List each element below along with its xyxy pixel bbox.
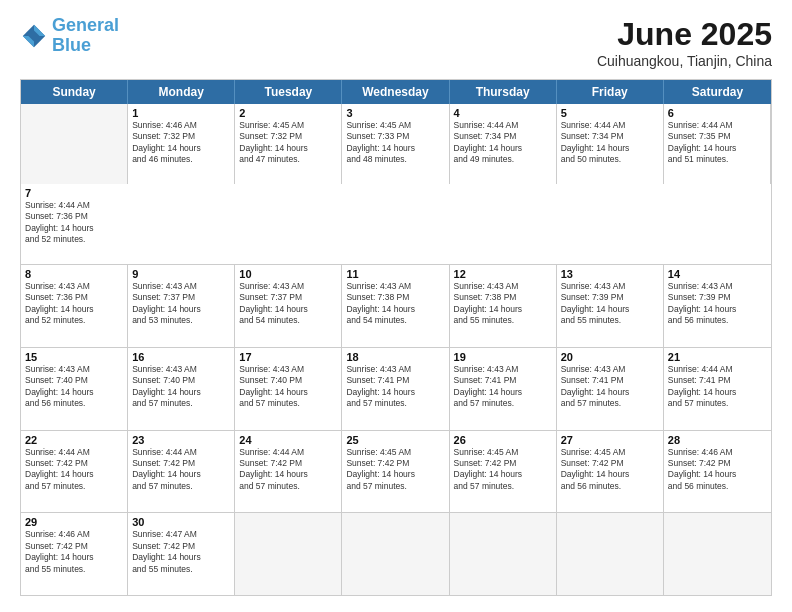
day-info: Sunrise: 4:43 AMSunset: 7:39 PMDaylight:… [561, 281, 659, 327]
day-number: 17 [239, 351, 337, 363]
day-cell-13: 13Sunrise: 4:43 AMSunset: 7:39 PMDayligh… [557, 265, 664, 347]
day-info: Sunrise: 4:43 AMSunset: 7:40 PMDaylight:… [25, 364, 123, 410]
empty-day-cell [557, 513, 664, 595]
month-title: June 2025 [597, 16, 772, 53]
day-cell-26: 26Sunrise: 4:45 AMSunset: 7:42 PMDayligh… [450, 431, 557, 513]
day-number: 24 [239, 434, 337, 446]
day-info: Sunrise: 4:43 AMSunset: 7:41 PMDaylight:… [346, 364, 444, 410]
day-cell-21: 21Sunrise: 4:44 AMSunset: 7:41 PMDayligh… [664, 348, 771, 430]
col-header-thursday: Thursday [450, 80, 557, 104]
day-number: 10 [239, 268, 337, 280]
day-number: 12 [454, 268, 552, 280]
day-info: Sunrise: 4:43 AMSunset: 7:39 PMDaylight:… [668, 281, 767, 327]
empty-day-cell [21, 104, 128, 184]
day-cell-8: 8Sunrise: 4:43 AMSunset: 7:36 PMDaylight… [21, 265, 128, 347]
day-number: 13 [561, 268, 659, 280]
day-info: Sunrise: 4:45 AMSunset: 7:32 PMDaylight:… [239, 120, 337, 166]
day-number: 27 [561, 434, 659, 446]
day-info: Sunrise: 4:43 AMSunset: 7:37 PMDaylight:… [239, 281, 337, 327]
day-cell-18: 18Sunrise: 4:43 AMSunset: 7:41 PMDayligh… [342, 348, 449, 430]
day-info: Sunrise: 4:47 AMSunset: 7:42 PMDaylight:… [132, 529, 230, 575]
day-number: 3 [346, 107, 444, 119]
day-cell-27: 27Sunrise: 4:45 AMSunset: 7:42 PMDayligh… [557, 431, 664, 513]
calendar: SundayMondayTuesdayWednesdayThursdayFrid… [20, 79, 772, 596]
day-info: Sunrise: 4:44 AMSunset: 7:42 PMDaylight:… [239, 447, 337, 493]
calendar-body: 1Sunrise: 4:46 AMSunset: 7:32 PMDaylight… [21, 104, 771, 595]
day-number: 20 [561, 351, 659, 363]
day-number: 21 [668, 351, 767, 363]
week-row-2: 15Sunrise: 4:43 AMSunset: 7:40 PMDayligh… [21, 348, 771, 431]
calendar-header: SundayMondayTuesdayWednesdayThursdayFrid… [21, 80, 771, 104]
day-info: Sunrise: 4:43 AMSunset: 7:40 PMDaylight:… [132, 364, 230, 410]
day-info: Sunrise: 4:45 AMSunset: 7:42 PMDaylight:… [346, 447, 444, 493]
empty-day-cell [342, 513, 449, 595]
day-info: Sunrise: 4:44 AMSunset: 7:42 PMDaylight:… [132, 447, 230, 493]
day-info: Sunrise: 4:43 AMSunset: 7:41 PMDaylight:… [454, 364, 552, 410]
day-info: Sunrise: 4:45 AMSunset: 7:33 PMDaylight:… [346, 120, 444, 166]
col-header-wednesday: Wednesday [342, 80, 449, 104]
week-row-1: 8Sunrise: 4:43 AMSunset: 7:36 PMDaylight… [21, 265, 771, 348]
day-number: 1 [132, 107, 230, 119]
logo-icon [20, 22, 48, 50]
col-header-monday: Monday [128, 80, 235, 104]
col-header-tuesday: Tuesday [235, 80, 342, 104]
day-number: 22 [25, 434, 123, 446]
day-cell-16: 16Sunrise: 4:43 AMSunset: 7:40 PMDayligh… [128, 348, 235, 430]
day-info: Sunrise: 4:43 AMSunset: 7:38 PMDaylight:… [346, 281, 444, 327]
day-cell-3: 3Sunrise: 4:45 AMSunset: 7:33 PMDaylight… [342, 104, 449, 184]
day-number: 11 [346, 268, 444, 280]
day-info: Sunrise: 4:44 AMSunset: 7:35 PMDaylight:… [668, 120, 766, 166]
day-cell-6: 6Sunrise: 4:44 AMSunset: 7:35 PMDaylight… [664, 104, 771, 184]
page: General Blue June 2025 Cuihuangkou, Tian… [0, 0, 792, 612]
day-cell-14: 14Sunrise: 4:43 AMSunset: 7:39 PMDayligh… [664, 265, 771, 347]
title-block: June 2025 Cuihuangkou, Tianjin, China [597, 16, 772, 69]
day-number: 15 [25, 351, 123, 363]
day-info: Sunrise: 4:43 AMSunset: 7:38 PMDaylight:… [454, 281, 552, 327]
day-cell-24: 24Sunrise: 4:44 AMSunset: 7:42 PMDayligh… [235, 431, 342, 513]
day-number: 14 [668, 268, 767, 280]
day-info: Sunrise: 4:44 AMSunset: 7:36 PMDaylight:… [25, 200, 124, 246]
day-cell-9: 9Sunrise: 4:43 AMSunset: 7:37 PMDaylight… [128, 265, 235, 347]
header: General Blue June 2025 Cuihuangkou, Tian… [20, 16, 772, 69]
day-cell-15: 15Sunrise: 4:43 AMSunset: 7:40 PMDayligh… [21, 348, 128, 430]
col-header-sunday: Sunday [21, 80, 128, 104]
day-number: 5 [561, 107, 659, 119]
day-cell-11: 11Sunrise: 4:43 AMSunset: 7:38 PMDayligh… [342, 265, 449, 347]
day-info: Sunrise: 4:44 AMSunset: 7:34 PMDaylight:… [561, 120, 659, 166]
day-cell-2: 2Sunrise: 4:45 AMSunset: 7:32 PMDaylight… [235, 104, 342, 184]
empty-day-cell [235, 513, 342, 595]
day-number: 2 [239, 107, 337, 119]
day-info: Sunrise: 4:44 AMSunset: 7:42 PMDaylight:… [25, 447, 123, 493]
logo-text: General Blue [52, 16, 119, 56]
day-info: Sunrise: 4:43 AMSunset: 7:40 PMDaylight:… [239, 364, 337, 410]
day-number: 9 [132, 268, 230, 280]
day-cell-12: 12Sunrise: 4:43 AMSunset: 7:38 PMDayligh… [450, 265, 557, 347]
day-number: 23 [132, 434, 230, 446]
day-info: Sunrise: 4:45 AMSunset: 7:42 PMDaylight:… [454, 447, 552, 493]
day-info: Sunrise: 4:43 AMSunset: 7:41 PMDaylight:… [561, 364, 659, 410]
day-number: 6 [668, 107, 766, 119]
day-cell-28: 28Sunrise: 4:46 AMSunset: 7:42 PMDayligh… [664, 431, 771, 513]
col-header-saturday: Saturday [664, 80, 771, 104]
day-info: Sunrise: 4:44 AMSunset: 7:34 PMDaylight:… [454, 120, 552, 166]
day-number: 16 [132, 351, 230, 363]
subtitle: Cuihuangkou, Tianjin, China [597, 53, 772, 69]
day-cell-7: 7Sunrise: 4:44 AMSunset: 7:36 PMDaylight… [21, 184, 128, 264]
day-cell-4: 4Sunrise: 4:44 AMSunset: 7:34 PMDaylight… [450, 104, 557, 184]
day-cell-20: 20Sunrise: 4:43 AMSunset: 7:41 PMDayligh… [557, 348, 664, 430]
day-number: 30 [132, 516, 230, 528]
day-info: Sunrise: 4:43 AMSunset: 7:37 PMDaylight:… [132, 281, 230, 327]
day-cell-5: 5Sunrise: 4:44 AMSunset: 7:34 PMDaylight… [557, 104, 664, 184]
day-info: Sunrise: 4:46 AMSunset: 7:32 PMDaylight:… [132, 120, 230, 166]
week-row-3: 22Sunrise: 4:44 AMSunset: 7:42 PMDayligh… [21, 431, 771, 514]
empty-day-cell [450, 513, 557, 595]
day-number: 7 [25, 187, 124, 199]
day-cell-22: 22Sunrise: 4:44 AMSunset: 7:42 PMDayligh… [21, 431, 128, 513]
week-row-4: 29Sunrise: 4:46 AMSunset: 7:42 PMDayligh… [21, 513, 771, 595]
day-info: Sunrise: 4:46 AMSunset: 7:42 PMDaylight:… [668, 447, 767, 493]
logo: General Blue [20, 16, 119, 56]
day-cell-1: 1Sunrise: 4:46 AMSunset: 7:32 PMDaylight… [128, 104, 235, 184]
day-info: Sunrise: 4:43 AMSunset: 7:36 PMDaylight:… [25, 281, 123, 327]
week-row-0: 1Sunrise: 4:46 AMSunset: 7:32 PMDaylight… [21, 104, 771, 265]
day-cell-29: 29Sunrise: 4:46 AMSunset: 7:42 PMDayligh… [21, 513, 128, 595]
